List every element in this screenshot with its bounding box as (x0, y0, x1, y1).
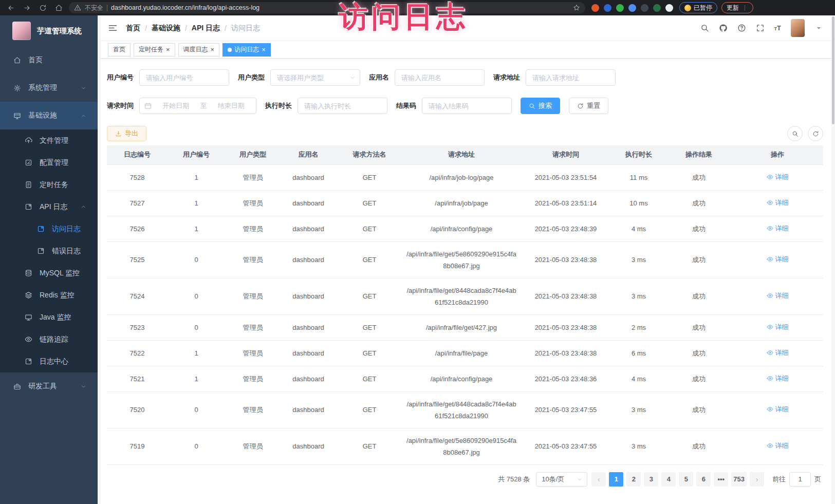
sidebar-item-label: API 日志 (40, 202, 67, 212)
page-button[interactable]: 2 (626, 472, 641, 487)
table-header: 日志编号用户编号用户类型应用名请求方法名请求地址请求时间执行时长操作结果操作 (107, 145, 823, 164)
font-size-icon[interactable]: TT (774, 24, 781, 32)
browser-back-icon[interactable] (7, 4, 15, 12)
reset-button[interactable]: 重置 (569, 98, 608, 114)
sidebar-item[interactable]: 系统管理 (0, 74, 98, 102)
export-button[interactable]: 导出 (107, 126, 146, 141)
sidebar-item[interactable]: Java 监控 (0, 306, 98, 328)
browser-update-button[interactable]: 更新 (721, 2, 753, 13)
header-search-icon[interactable] (700, 24, 709, 32)
script-paused-badge[interactable]: 已暂停 (679, 2, 717, 13)
app-logo[interactable]: 芋道管理系统 (0, 15, 98, 46)
sidebar-item[interactable]: Redis 监控 (0, 284, 98, 306)
duration-input[interactable] (298, 98, 387, 114)
sidebar-item[interactable]: 文件管理 (0, 129, 98, 152)
extension-icon[interactable] (628, 4, 636, 12)
extension-icon[interactable] (641, 4, 648, 12)
detail-link[interactable]: 详细 (767, 290, 789, 302)
browser-menu-icon[interactable] (741, 5, 748, 11)
column-header: 请求时间 (520, 145, 611, 164)
page-button[interactable]: 5 (679, 472, 693, 487)
sidebar-item[interactable]: API 日志 (0, 196, 98, 218)
user-avatar[interactable] (791, 19, 805, 37)
table-cell-actions: 详细 (732, 428, 823, 464)
browser-home-icon[interactable] (55, 4, 63, 12)
page-button[interactable]: 6 (696, 472, 711, 487)
tab-定时任务[interactable]: 定时任务× (134, 43, 175, 57)
table-cell: GET (336, 278, 403, 314)
browser-forward-icon[interactable] (23, 4, 31, 12)
sidebar-item[interactable]: 日志中心 (0, 350, 98, 372)
sidebar-item[interactable]: 基础设施 (0, 102, 98, 129)
hamburger-icon[interactable] (108, 23, 118, 33)
extension-icon[interactable] (604, 4, 611, 12)
detail-link[interactable]: 详细 (767, 403, 789, 415)
request-url-input[interactable] (526, 69, 616, 86)
app-title: 芋道管理系统 (37, 26, 82, 36)
prev-page-button[interactable]: ‹ (591, 472, 606, 487)
table-cell: 6 ms (611, 340, 666, 366)
page-button[interactable]: 1 (609, 472, 623, 487)
security-label: 不安全 (85, 4, 103, 12)
result-code-input[interactable] (422, 98, 512, 114)
detail-link[interactable]: 详细 (767, 440, 789, 452)
page-button[interactable]: 753 (731, 472, 747, 487)
page-button[interactable]: 3 (644, 472, 658, 487)
close-icon[interactable]: × (262, 46, 266, 53)
refresh-table-button[interactable] (808, 126, 823, 141)
close-icon[interactable]: × (166, 46, 170, 53)
sidebar-item[interactable]: 配置管理 (0, 152, 98, 174)
detail-link[interactable]: 详细 (767, 321, 789, 333)
docs-help-icon[interactable] (737, 24, 746, 32)
sidebar-item[interactable]: 错误日志 (0, 240, 98, 262)
table-cell: 管理员 (225, 314, 281, 340)
close-icon[interactable]: × (211, 46, 215, 53)
table-cell: /api/infra/file/page (403, 340, 520, 366)
eye-icon (767, 199, 773, 206)
table-cell-actions: 详细 (732, 314, 823, 340)
page-size-select[interactable]: 10条/页 (536, 472, 587, 487)
tab-访问日志[interactable]: 访问日志× (222, 43, 271, 57)
toggle-search-button[interactable] (787, 126, 803, 141)
sidebar-item[interactable]: 研发工具 (0, 372, 98, 400)
tab-首页[interactable]: 首页 (108, 43, 131, 57)
tab-调度日志[interactable]: 调度日志× (178, 43, 220, 57)
sidebar-item[interactable]: 访问日志 (0, 218, 98, 240)
extension-icon[interactable] (591, 4, 599, 12)
address-bar[interactable]: 不安全 dashboard.yudao.iocoder.cn/infra/log… (69, 2, 585, 13)
sidebar-item[interactable]: 定时任务 (0, 174, 98, 196)
app-name-input[interactable] (395, 69, 485, 86)
sidebar-item[interactable]: 首页 (0, 46, 98, 74)
page-button[interactable]: 4 (661, 472, 676, 487)
extension-icon[interactable] (665, 4, 673, 12)
more-pages-button[interactable]: ••• (714, 472, 728, 487)
goto-page-input[interactable] (789, 472, 811, 487)
detail-link[interactable]: 详细 (767, 347, 789, 359)
user-type-select[interactable] (270, 69, 360, 86)
breadcrumb-item[interactable]: 首页 (126, 24, 140, 33)
user-id-input[interactable] (139, 69, 229, 86)
extension-icon[interactable] (616, 4, 624, 12)
browser-reload-icon[interactable] (39, 4, 47, 12)
github-icon[interactable] (719, 24, 728, 32)
detail-link[interactable]: 详细 (767, 372, 789, 384)
table-cell: 3 ms (611, 428, 666, 464)
detail-link[interactable]: 详细 (767, 171, 789, 183)
table-cell: 2 ms (611, 314, 666, 340)
detail-link[interactable]: 详细 (767, 197, 789, 209)
breadcrumb-item[interactable]: API 日志 (192, 24, 220, 33)
sidebar-item[interactable]: 链路追踪 (0, 328, 98, 350)
sidebar-item[interactable]: MySQL 监控 (0, 262, 98, 284)
bookmark-star-icon[interactable] (573, 4, 580, 11)
search-button[interactable]: 搜索 (521, 98, 560, 114)
detail-link[interactable]: 详细 (767, 222, 789, 234)
avatar-caret-icon[interactable] (814, 24, 823, 32)
detail-link[interactable]: 详细 (767, 253, 789, 265)
breadcrumb-item[interactable]: 基础设施 (152, 24, 180, 33)
extension-icon[interactable] (653, 4, 661, 12)
page-scrollbar[interactable] (831, 15, 835, 504)
scrollbar-thumb[interactable] (832, 16, 834, 124)
fullscreen-icon[interactable] (756, 24, 765, 32)
date-range-picker[interactable]: 开始日期 至 结束日期 (139, 98, 256, 114)
next-page-button[interactable]: › (750, 472, 764, 487)
